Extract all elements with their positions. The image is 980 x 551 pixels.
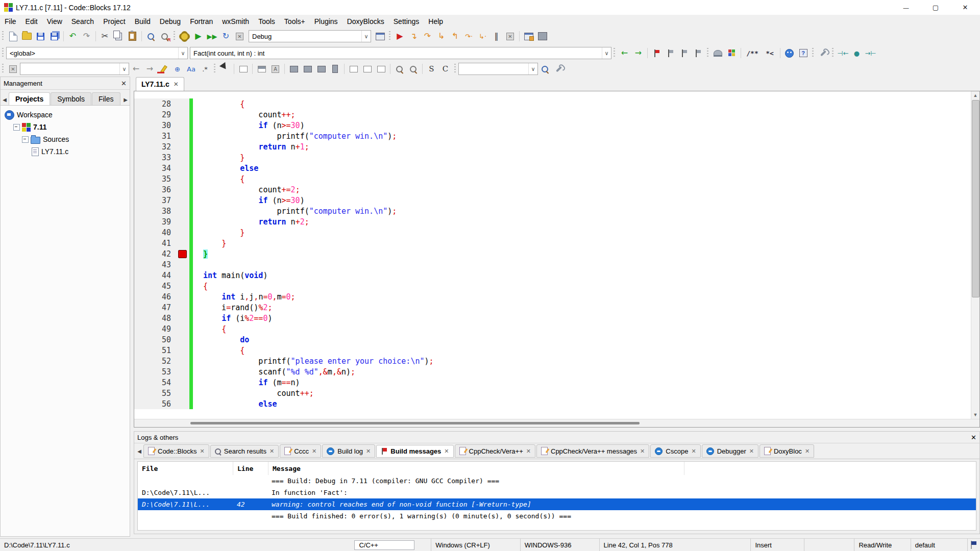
menu-debug[interactable]: Debug xyxy=(155,16,185,27)
wxs-sizer3-button[interactable] xyxy=(314,62,328,76)
code-line-32[interactable]: 32 return n+1; xyxy=(134,141,971,152)
wxs-sizer2-button[interactable] xyxy=(301,62,314,76)
code-line-44[interactable]: 44int main(void) xyxy=(134,270,971,281)
logs-tab-search-results[interactable]: Search results✕ xyxy=(210,445,279,458)
marker-margin[interactable] xyxy=(176,291,189,302)
code-line-38[interactable]: 38 printf("computer win.\n"); xyxy=(134,206,971,216)
logs-tab-cppcheck-vera-[interactable]: CppCheck/Vera++✕ xyxy=(455,444,535,458)
vertical-scrollbar[interactable]: ▲ ▼ xyxy=(971,91,979,419)
various-info-button[interactable] xyxy=(535,30,549,43)
horizontal-scroll-thumb[interactable] xyxy=(190,422,640,424)
logs-tab-close-icon[interactable]: ✕ xyxy=(200,448,205,455)
marker-margin[interactable] xyxy=(176,238,189,248)
doxy-settings-button[interactable] xyxy=(816,46,830,60)
redo-button[interactable]: ↷ xyxy=(80,30,93,43)
marker-margin[interactable] xyxy=(176,120,189,131)
marker-margin[interactable] xyxy=(176,259,189,270)
breakpoint-icon[interactable] xyxy=(178,250,187,258)
source-button[interactable]: S xyxy=(425,62,438,76)
marker-margin[interactable] xyxy=(176,206,189,216)
build-message-row[interactable]: D:\Code\7.11\L...42warning: control reac… xyxy=(138,498,976,510)
logs-tab-build-messages[interactable]: Build messages✕ xyxy=(376,445,453,458)
new-file-button[interactable] xyxy=(6,30,20,43)
menu-tools-[interactable]: Tools+ xyxy=(280,16,310,27)
tab-projects[interactable]: Projects xyxy=(9,92,50,105)
search-next-button[interactable]: → xyxy=(143,62,157,76)
logs-tab-cscope[interactable]: Cscope✕ xyxy=(650,444,700,458)
menu-doxyblocks[interactable]: DoxyBlocks xyxy=(342,16,389,27)
wxs-sizer4-button[interactable] xyxy=(328,62,342,76)
doxy-run-button[interactable] xyxy=(782,46,796,60)
match-case-button[interactable]: Aa xyxy=(184,62,198,76)
code-line-31[interactable]: 31 printf("computer win.\n"); xyxy=(134,131,971,141)
scope-select[interactable]: <global> ∨ xyxy=(6,47,188,59)
marker-margin[interactable] xyxy=(176,334,189,345)
editor-tab-close-icon[interactable]: ✕ xyxy=(174,81,179,88)
code-line-43[interactable]: 43 xyxy=(134,259,971,270)
marker-margin[interactable] xyxy=(176,398,189,409)
management-close-icon[interactable]: ✕ xyxy=(121,80,127,87)
marker-margin[interactable] xyxy=(176,152,189,163)
code-line-46[interactable]: 46 int i,j,n=0,m=0; xyxy=(134,291,971,302)
debugging-windows-button[interactable] xyxy=(522,30,535,43)
horizontal-scrollbar[interactable] xyxy=(134,419,979,427)
open-file-button[interactable] xyxy=(20,30,34,43)
replace-button[interactable]: R xyxy=(158,30,172,43)
next-bookmark-button[interactable] xyxy=(677,46,691,60)
wxs-border3-button[interactable] xyxy=(374,62,388,76)
menu-edit[interactable]: Edit xyxy=(21,16,42,27)
wxs-dialog-button[interactable] xyxy=(255,62,268,76)
marker-margin[interactable] xyxy=(176,227,189,238)
code-line-29[interactable]: 29 count++; xyxy=(134,109,971,120)
stop-debugger-button[interactable]: ✕ xyxy=(503,30,517,43)
step-into-button[interactable]: ↳ xyxy=(434,30,448,43)
code-line-37[interactable]: 37 if (n>=30) xyxy=(134,195,971,206)
marker-margin[interactable] xyxy=(176,195,189,206)
logs-tab-close-icon[interactable]: ✕ xyxy=(270,448,274,455)
maximize-button[interactable] xyxy=(921,0,950,15)
save-button[interactable] xyxy=(34,30,47,43)
break-debugger-button[interactable]: ‖ xyxy=(489,30,503,43)
code-line-40[interactable]: 40 } xyxy=(134,227,971,238)
menu-help[interactable]: Help xyxy=(424,16,448,27)
logs-tab-close-icon[interactable]: ✕ xyxy=(366,448,371,455)
wxs-border1-button[interactable] xyxy=(347,62,360,76)
code-line-48[interactable]: 48 if (i%2==0) xyxy=(134,313,971,323)
marker-margin[interactable] xyxy=(176,366,189,377)
wxs-sizer1-button[interactable] xyxy=(287,62,301,76)
marker-margin[interactable] xyxy=(176,270,189,281)
code-line-42[interactable]: 42} xyxy=(134,248,971,259)
menu-wxsmith[interactable]: wxSmith xyxy=(217,16,254,27)
doxy-line-comment-button[interactable]: *< xyxy=(762,46,778,60)
menu-tools[interactable]: Tools xyxy=(254,16,280,27)
next-line-button[interactable]: ↷ xyxy=(421,30,434,43)
quick-search-options-button[interactable] xyxy=(552,62,566,76)
menu-fortran[interactable]: Fortran xyxy=(185,16,217,27)
highlight-occurrences-button[interactable] xyxy=(157,62,170,76)
marker-margin[interactable] xyxy=(176,388,189,398)
marker-margin[interactable] xyxy=(176,313,189,323)
logs-tab-cppcheck-vera-messages[interactable]: CppCheck/Vera++ messages✕ xyxy=(536,444,649,458)
goto-forward-button[interactable]: → xyxy=(631,46,645,60)
wxs-border2-button[interactable] xyxy=(360,62,374,76)
logs-tab-code-blocks[interactable]: Code::Blocks✕ xyxy=(143,444,209,458)
build-and-run-button[interactable]: ▶▶ xyxy=(205,30,219,43)
logs-tab-doxybloc[interactable]: DoxyBloc✕ xyxy=(760,444,814,458)
marker-margin[interactable] xyxy=(176,163,189,173)
code-line-39[interactable]: 39 return n+2; xyxy=(134,216,971,227)
doxy-block-comment-button[interactable]: /** xyxy=(743,46,762,60)
marker-margin[interactable] xyxy=(176,184,189,195)
menu-project[interactable]: Project xyxy=(99,16,130,27)
code-line-30[interactable]: 30 if (n>=30) xyxy=(134,120,971,131)
step-out-button[interactable]: ↰ xyxy=(448,30,462,43)
code-line-36[interactable]: 36 count+=2; xyxy=(134,184,971,195)
vertical-scroll-thumb[interactable] xyxy=(972,100,979,297)
editor-tab-ly711c[interactable]: LY7.11.c ✕ xyxy=(136,77,184,91)
logs-tab-close-icon[interactable]: ✕ xyxy=(640,448,645,455)
doxy-help-button[interactable]: ? xyxy=(796,46,810,60)
marker-margin[interactable] xyxy=(176,109,189,120)
incremental-search-input[interactable]: ∨ xyxy=(20,63,129,75)
wxs-panel-button[interactable]: A xyxy=(268,62,282,76)
menu-search[interactable]: Search xyxy=(67,16,99,27)
build-button[interactable] xyxy=(178,30,191,43)
